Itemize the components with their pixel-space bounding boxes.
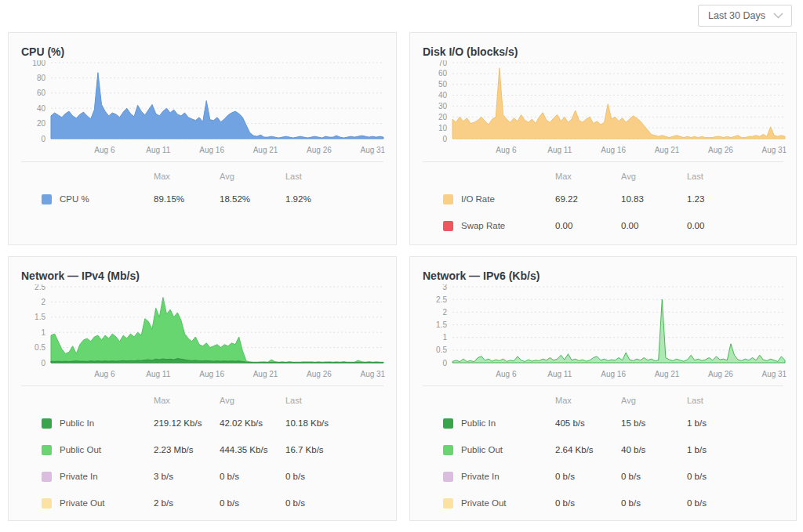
y-axis-tick-label: 10 xyxy=(438,124,448,132)
legend-series-name: Public In xyxy=(461,418,496,428)
x-axis-tick-label: Aug 26 xyxy=(307,146,332,154)
network-ipv4-legend: MaxAvgLastPublic In219.12 Kb/s42.02 Kb/s… xyxy=(21,385,383,516)
legend-swatch xyxy=(42,498,52,508)
legend-value-max: 2.23 Mb/s xyxy=(154,445,220,454)
legend-row[interactable]: Public Out2.64 Kb/s40 b/s1 b/s xyxy=(443,436,783,463)
legend-row[interactable]: Private Out0 b/s0 b/s0 b/s xyxy=(443,490,783,516)
x-axis-tick-label: Aug 26 xyxy=(708,370,733,378)
legend-swatch xyxy=(443,472,453,482)
chart-title-ipv4: Network — IPv4 (Mb/s) xyxy=(21,269,383,283)
legend-header-last: Last xyxy=(687,396,783,405)
area-series-public-out xyxy=(51,298,383,363)
legend-swatch xyxy=(443,498,453,508)
legend-value-max: 0.00 xyxy=(555,221,621,230)
legend-row[interactable]: Private Out2 b/s0 b/s0 b/s xyxy=(42,490,383,516)
legend-value-max: 89.15% xyxy=(154,194,220,204)
time-range-select[interactable]: Last 30 Days xyxy=(698,5,792,27)
legend-header-avg: Avg xyxy=(220,396,285,405)
time-range-value: Last 30 Days xyxy=(708,10,765,21)
legend-header-avg: Avg xyxy=(220,172,285,181)
legend-row[interactable]: Swap Rate0.000.000.00 xyxy=(443,212,783,239)
legend-value-last: 0 b/s xyxy=(687,472,783,481)
charts-grid: CPU (%) 020406080100Aug 6Aug 11Aug 16Aug… xyxy=(8,32,797,521)
y-axis-tick-label: 20 xyxy=(438,113,448,121)
legend-series-name: Swap Rate xyxy=(461,221,505,230)
y-axis-tick-label: 0.5 xyxy=(35,343,45,352)
x-axis-tick-label: Aug 31 xyxy=(761,370,787,378)
legend-label-cell: I/O Rate xyxy=(443,194,555,204)
legend-header-row: MaxAvgLast xyxy=(42,167,383,186)
x-axis-tick-label: Aug 6 xyxy=(94,370,115,378)
legend-header-row: MaxAvgLast xyxy=(42,391,383,410)
y-axis-tick-label: 20 xyxy=(37,119,46,128)
y-axis-tick-label: 2.5 xyxy=(35,284,45,291)
legend-row[interactable]: Public In405 b/s15 b/s1 b/s xyxy=(443,410,783,436)
legend-value-last: 10.18 Kb/s xyxy=(285,418,383,428)
y-axis-tick-label: 0.5 xyxy=(436,346,447,354)
legend-series-name: Private In xyxy=(60,472,98,481)
legend-header-row: MaxAvgLast xyxy=(443,167,783,186)
x-axis-tick-label: Aug 11 xyxy=(547,146,572,154)
legend-header-avg: Avg xyxy=(621,172,687,181)
chart-canvas: 010203040506070Aug 6Aug 11Aug 16Aug 21Au… xyxy=(423,60,787,157)
chevron-down-icon xyxy=(773,13,783,19)
legend-swatch xyxy=(443,418,453,429)
legend-series-name: CPU % xyxy=(60,194,89,204)
x-axis-tick-label: Aug 11 xyxy=(547,370,572,378)
legend-value-last: 0 b/s xyxy=(285,472,383,481)
legend-header-last: Last xyxy=(285,396,383,405)
legend-row[interactable]: Public Out2.23 Mb/s444.35 Kb/s16.7 Kb/s xyxy=(42,436,383,463)
legend-value-avg: 0 b/s xyxy=(220,472,285,481)
legend-row[interactable]: I/O Rate69.2210.831.23 xyxy=(443,186,783,212)
legend-swatch xyxy=(42,472,52,482)
legend-label-cell: Public In xyxy=(42,418,154,429)
legend-label-cell: Swap Rate xyxy=(443,221,555,231)
legend-value-last: 0.00 xyxy=(687,221,783,230)
legend-value-avg: 10.83 xyxy=(621,194,687,204)
legend-row[interactable]: Private In3 b/s0 b/s0 b/s xyxy=(42,463,383,490)
x-axis-tick-label: Aug 26 xyxy=(708,146,733,154)
y-axis-tick-label: 40 xyxy=(37,104,46,113)
legend-swatch xyxy=(443,221,453,231)
legend-value-max: 2 b/s xyxy=(154,498,220,508)
x-axis-tick-label: Aug 16 xyxy=(199,146,224,154)
legend-label-cell: Private Out xyxy=(42,498,154,508)
legend-series-name: I/O Rate xyxy=(461,194,495,204)
disk-io-chart: 010203040506070Aug 6Aug 11Aug 16Aug 21Au… xyxy=(423,60,783,157)
legend-row[interactable]: CPU %89.15%18.52%1.92% xyxy=(42,186,383,212)
legend-label-cell: Public Out xyxy=(42,445,154,455)
legend-value-max: 3 b/s xyxy=(154,472,220,481)
chart-title-ipv6: Network — IPv6 (Kb/s) xyxy=(423,269,783,283)
legend-value-avg: 0 b/s xyxy=(621,498,687,508)
legend-row[interactable]: Public In219.12 Kb/s42.02 Kb/s10.18 Kb/s xyxy=(42,410,383,436)
y-axis-tick-label: 60 xyxy=(37,89,46,97)
legend-row[interactable]: Private In0 b/s0 b/s0 b/s xyxy=(443,463,783,490)
network-ipv4-chart: 00.511.522.5Aug 6Aug 11Aug 16Aug 21Aug 2… xyxy=(21,284,383,382)
legend-header-last: Last xyxy=(687,172,783,181)
legend-value-last: 1 b/s xyxy=(687,445,783,454)
y-axis-tick-label: 2 xyxy=(442,308,447,317)
legend-value-last: 1.23 xyxy=(687,194,783,204)
legend-value-avg: 15 b/s xyxy=(621,418,687,428)
network-ipv4-panel: Network — IPv4 (Mb/s) 00.511.522.5Aug 6A… xyxy=(8,256,397,521)
y-axis-tick-label: 0 xyxy=(442,135,447,143)
legend-value-last: 1 b/s xyxy=(687,418,783,428)
area-series-public-out xyxy=(452,299,785,363)
y-axis-tick-label: 1 xyxy=(442,333,447,342)
legend-header-max: Max xyxy=(154,172,220,181)
legend-value-avg: 42.02 Kb/s xyxy=(220,418,285,428)
network-ipv6-panel: Network — IPv6 (Kb/s) 00.511.522.53Aug 6… xyxy=(409,256,797,521)
x-axis-tick-label: Aug 31 xyxy=(360,370,385,378)
y-axis-tick-label: 50 xyxy=(438,80,448,89)
legend-swatch xyxy=(443,445,453,455)
x-axis-tick-label: Aug 6 xyxy=(496,370,517,378)
legend-value-max: 219.12 Kb/s xyxy=(154,418,220,428)
legend-header-max: Max xyxy=(555,172,621,181)
network-ipv6-legend: MaxAvgLastPublic In405 b/s15 b/s1 b/sPub… xyxy=(423,385,783,516)
x-axis-tick-label: Aug 6 xyxy=(94,146,115,154)
x-axis-tick-label: Aug 16 xyxy=(199,370,224,378)
chart-canvas: 020406080100Aug 6Aug 11Aug 16Aug 21Aug 2… xyxy=(21,60,385,157)
legend-value-avg: 18.52% xyxy=(220,194,285,204)
legend-header-avg: Avg xyxy=(621,396,687,405)
legend-value-last: 0 b/s xyxy=(285,498,383,508)
